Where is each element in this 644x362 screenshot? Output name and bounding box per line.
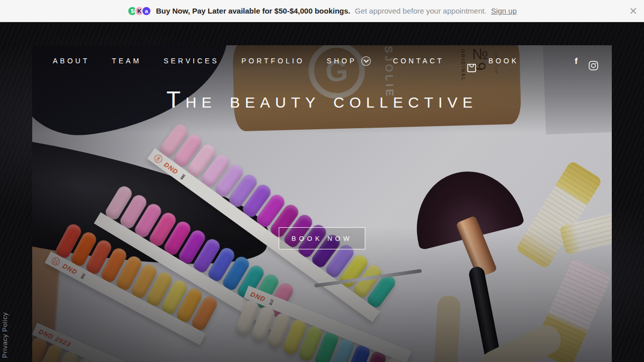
sign-up-link[interactable]: Sign up: [491, 7, 517, 15]
nav-item-shop[interactable]: SHOP: [327, 57, 357, 65]
banner-headline: Buy Now, Pay Later available for $50-$4,…: [156, 7, 350, 15]
book-now-button[interactable]: BOOK NOW: [279, 227, 365, 249]
close-icon[interactable]: ✕: [629, 6, 637, 16]
nav-item-contact[interactable]: CONTACT: [393, 57, 444, 65]
social-links: f: [575, 57, 589, 65]
nav-item-book[interactable]: BOOK: [489, 57, 519, 65]
privacy-policy-link[interactable]: Privacy Policy: [1, 312, 9, 358]
nav-item-shop-group: SHOP: [327, 56, 371, 66]
banner-subtext: Get approved before your appointment.: [355, 7, 487, 15]
facebook-icon[interactable]: f: [575, 57, 578, 65]
chevron-down-icon[interactable]: [361, 56, 371, 66]
nav-item-team[interactable]: TEAM: [112, 57, 141, 65]
bnpl-provider-icons: $ K a: [127, 6, 151, 16]
affirm-icon: a: [141, 6, 151, 16]
nav-item-about[interactable]: ABOUT: [53, 57, 90, 65]
main-navigation: ABOUT TEAM SERVICES PORTFOLIO SHOP CONTA…: [32, 45, 612, 76]
page-title-initial: T: [167, 86, 186, 113]
page-title-rest: HE BEAUTY COLLECTIVE: [186, 94, 478, 111]
page-title: THE BEAUTY COLLECTIVE: [32, 88, 612, 111]
nav-item-portfolio[interactable]: PORTFOLIO: [242, 57, 305, 65]
bnpl-promo-banner: $ K a Buy Now, Pay Later available for $…: [0, 0, 644, 22]
nav-item-services[interactable]: SERVICES: [164, 57, 219, 65]
hero-section: G SJOLIE ORIGINAL №9 MEDIUM 8 DND 271270…: [32, 45, 612, 362]
